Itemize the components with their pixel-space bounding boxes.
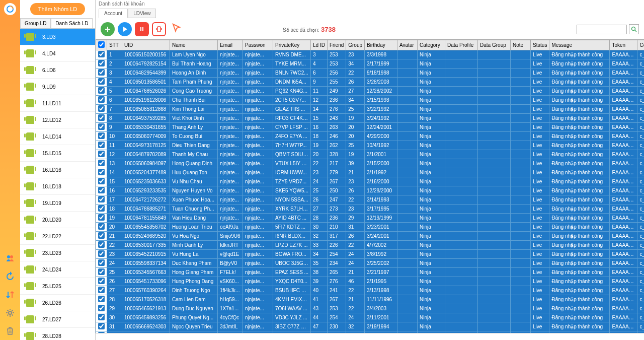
table-row[interactable]: 15100065235036633Vu Nhu Chaunjnjate...nj… — [96, 177, 645, 186]
row-checkbox[interactable] — [98, 123, 105, 130]
group-item[interactable]: 25.LD25 — [20, 278, 95, 295]
row-checkbox[interactable] — [98, 314, 105, 320]
select-all-checkbox[interactable] — [98, 41, 105, 48]
table-row[interactable]: 18100064786885271Tuan Chuong Ph...njnjat… — [96, 205, 645, 214]
column-header[interactable]: PrivateKey — [273, 40, 311, 50]
group-item[interactable]: 6.LD6 — [20, 62, 95, 79]
row-checkbox[interactable] — [98, 69, 105, 76]
column-header[interactable]: Token — [610, 40, 637, 50]
column-header[interactable]: Email — [218, 40, 243, 50]
play-button[interactable] — [118, 22, 132, 36]
cursor-icon[interactable] — [171, 23, 182, 36]
horizontal-scrollbar[interactable] — [96, 333, 644, 340]
table-row[interactable]: 29100065465621913Dung Duc Nguyen1X7a1...… — [96, 304, 645, 313]
table-row[interactable]: 16100065293233535Nguyen Huyen Vonjnjate.… — [96, 186, 645, 195]
column-header[interactable]: Message — [549, 40, 610, 50]
table-row[interactable]: 25100065345567663Hong Giang PhamF7ELk!nj… — [96, 268, 645, 277]
row-checkbox[interactable] — [98, 160, 105, 166]
row-checkbox[interactable] — [98, 132, 105, 139]
tab-group-ld[interactable]: Group LD — [20, 18, 51, 28]
row-checkbox[interactable] — [98, 114, 105, 121]
column-header[interactable]: STT — [107, 40, 122, 50]
row-checkbox[interactable] — [98, 169, 105, 175]
column-header[interactable]: Cookie — [637, 40, 644, 50]
table-row[interactable]: 26100065451733096Hung Phong DangvSK60...… — [96, 277, 645, 286]
column-header[interactable]: Group — [346, 40, 365, 50]
accounts-table-wrap[interactable]: STTUIDNameEmailPasswonPrivateKeyLd IDFri… — [96, 39, 644, 333]
column-header[interactable]: Avatar — [397, 40, 418, 50]
search-input[interactable] — [577, 25, 627, 34]
row-checkbox[interactable] — [98, 287, 105, 293]
table-row[interactable]: 10100065060774009To Cuong Buinjnjate...n… — [96, 132, 645, 141]
table-row[interactable]: 30100065459893256Phung Quyet Ng...4cyCfQ… — [96, 313, 645, 322]
table-row[interactable]: 14100065204377489Huu Quang Tonnjnjate...… — [96, 168, 645, 177]
table-row[interactable]: 23100065452210915Vu Hung Lav@qd1Enjnjate… — [96, 250, 645, 259]
row-checkbox[interactable] — [98, 323, 105, 329]
column-header[interactable]: Note — [511, 40, 531, 50]
row-checkbox[interactable] — [98, 87, 105, 94]
group-item[interactable]: 9.LD9 — [20, 79, 95, 95]
refresh-icon[interactable] — [4, 270, 16, 283]
column-header[interactable]: Friend — [327, 40, 346, 50]
group-item[interactable]: 26.LD26 — [20, 295, 95, 311]
column-header[interactable]: Passwon — [243, 40, 273, 50]
table-row[interactable]: 11100064973178125Dieu Thien Dangnjnjate.… — [96, 141, 645, 150]
table-row[interactable]: 24100065598337134Duc Khang PhamB@yV0njnj… — [96, 259, 645, 268]
table-row[interactable]: 32100065679400833Huynh Diep Lei4HYSybnjn… — [96, 331, 645, 333]
table-row[interactable]: 19100064781155849Van Hieu Dangnjnjate...… — [96, 214, 645, 223]
table-row[interactable]: 13100065060984097Hong Quang Dinhnjnjate.… — [96, 159, 645, 168]
tab-danh-sach-ld[interactable]: Danh Sách LD — [51, 18, 93, 28]
row-checkbox[interactable] — [98, 178, 105, 184]
sort-icon[interactable] — [4, 289, 16, 301]
row-checkbox[interactable] — [98, 187, 105, 193]
group-item[interactable]: 24.LD24 — [20, 261, 95, 278]
column-header[interactable]: Data Profile — [445, 40, 478, 50]
table-row[interactable]: 4100065013586501Tam Pham Phungnjnjate...… — [96, 78, 645, 87]
row-checkbox[interactable] — [98, 96, 105, 103]
group-item[interactable]: 27.LD27 — [20, 311, 95, 328]
row-checkbox[interactable] — [98, 305, 105, 311]
row-checkbox[interactable] — [98, 214, 105, 221]
table-row[interactable]: 2100064792825154Bui Thanh Hoangnjnjate..… — [96, 59, 645, 69]
row-checkbox[interactable] — [98, 223, 105, 230]
table-row[interactable]: 5100064768526026Cong Cao Truongnjnjate..… — [96, 87, 645, 96]
row-checkbox[interactable] — [98, 268, 105, 275]
table-row[interactable]: 27100065760390264Dinh Truong Ngo1fi4kJk.… — [96, 286, 645, 295]
group-item[interactable]: 18.LD18 — [20, 178, 95, 195]
group-item[interactable]: 15.LD15 — [20, 145, 95, 162]
column-header[interactable]: Data Group — [478, 40, 511, 50]
column-header[interactable]: Birthday — [365, 40, 397, 50]
row-checkbox[interactable] — [98, 205, 105, 212]
add-group-button[interactable]: Thêm Nhóm LD — [30, 3, 86, 15]
table-row[interactable]: 31100065669524303Ngoc Quyen Trieu3dJmtIL… — [96, 322, 645, 331]
table-row[interactable]: 7100065085312868Kim Thong Lainjnjate...n… — [96, 105, 645, 114]
pause-button[interactable] — [135, 22, 149, 36]
table-row[interactable]: 6100065196128006Chu Thanh Buinjnjate...n… — [96, 96, 645, 105]
users-icon[interactable] — [4, 252, 16, 264]
table-row[interactable]: 17100064721726272Xuan Phuoc Hoa...njnjat… — [96, 195, 645, 205]
row-checkbox[interactable] — [98, 296, 105, 302]
table-row[interactable]: 9100065330431655Thang Anh Lynjnjate...nj… — [96, 123, 645, 132]
group-item[interactable]: 19.LD19 — [20, 195, 95, 212]
table-row[interactable]: 21100065249689520Vu Hoa NgoSnijo9U6njnja… — [96, 232, 645, 241]
group-item[interactable]: 22.LD22 — [20, 228, 95, 245]
group-item[interactable]: 14.LD14 — [20, 128, 95, 145]
table-row[interactable]: 3100064829544399Hoang An Dinhnjnjate...n… — [96, 69, 645, 78]
group-item[interactable]: 28.LD28 — [20, 328, 95, 340]
trash-icon[interactable] — [4, 325, 16, 337]
group-item[interactable]: 23.LD23 — [20, 245, 95, 261]
group-item[interactable]: 3.LD3 — [20, 29, 95, 45]
row-checkbox[interactable] — [98, 142, 105, 148]
row-checkbox[interactable] — [98, 250, 105, 257]
search-button[interactable] — [629, 24, 639, 34]
row-checkbox[interactable] — [98, 51, 105, 57]
column-header[interactable]: Status — [531, 40, 549, 50]
row-checkbox[interactable] — [98, 151, 105, 157]
table-row[interactable]: 1100065150200156Lam Uyen Ngonjnjate...nj… — [96, 50, 645, 59]
row-checkbox[interactable] — [98, 60, 105, 66]
column-header[interactable]: Ld ID — [311, 40, 328, 50]
row-checkbox[interactable] — [98, 278, 105, 284]
row-checkbox[interactable] — [98, 259, 105, 266]
table-row[interactable]: 22100065300177335Minh Danh LyIdknJRTnjnj… — [96, 241, 645, 250]
group-item[interactable]: 11.LD11 — [20, 95, 95, 112]
